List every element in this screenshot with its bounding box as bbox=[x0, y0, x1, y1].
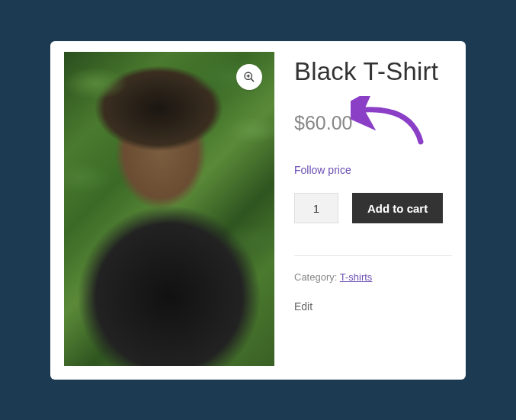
product-card: Black T-Shirt $60.00 Follow price Add to… bbox=[50, 41, 466, 380]
divider bbox=[294, 255, 452, 256]
category-row: Category: T-shirts bbox=[294, 271, 452, 283]
zoom-icon[interactable] bbox=[236, 64, 262, 90]
cart-row: Add to cart bbox=[294, 193, 452, 223]
product-price: $60.00 bbox=[294, 112, 452, 134]
product-details: Black T-Shirt $60.00 Follow price Add to… bbox=[294, 52, 452, 366]
product-title: Black T-Shirt bbox=[294, 56, 452, 87]
svg-line-1 bbox=[251, 79, 254, 82]
add-to-cart-button[interactable]: Add to cart bbox=[352, 193, 443, 223]
follow-price-link[interactable]: Follow price bbox=[294, 164, 351, 176]
edit-link[interactable]: Edit bbox=[294, 300, 312, 313]
category-link[interactable]: T-shirts bbox=[340, 271, 373, 283]
category-label: Category: bbox=[294, 271, 340, 283]
product-image[interactable] bbox=[64, 52, 274, 366]
quantity-input[interactable] bbox=[294, 193, 338, 223]
product-image-column bbox=[64, 52, 274, 366]
